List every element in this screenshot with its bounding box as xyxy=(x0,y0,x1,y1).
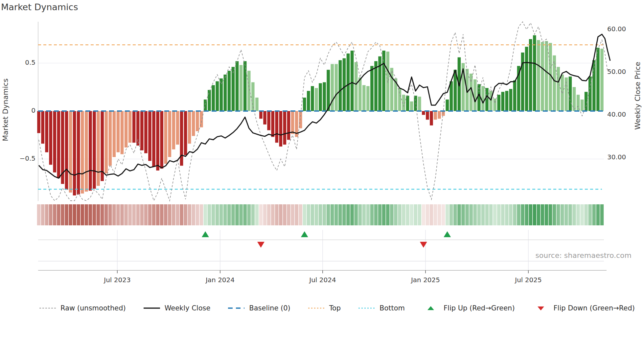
legend-label: Weekly Close xyxy=(165,304,211,312)
heatmap-cell xyxy=(57,204,60,225)
heatmap-cell xyxy=(493,204,497,225)
heatmap-cell xyxy=(374,204,378,225)
oscillator-bar xyxy=(398,88,402,111)
heatmap-cell xyxy=(227,204,231,225)
oscillator-bar xyxy=(228,71,231,111)
heatmap-cell xyxy=(576,204,580,225)
heatmap-cell xyxy=(89,204,92,225)
legend-label: Top xyxy=(329,304,341,312)
heatmap-cell xyxy=(303,204,306,225)
oscillator-bar xyxy=(521,53,524,111)
heatmap-cell xyxy=(537,204,540,225)
heatmap-cell xyxy=(457,204,461,225)
oscillator-bar xyxy=(545,41,548,111)
legend-label: Bottom xyxy=(380,304,405,312)
oscillator-bar xyxy=(125,111,128,147)
right-tick-label: 30.00 xyxy=(607,153,626,161)
heatmap-cell xyxy=(144,204,148,225)
heatmap-cell xyxy=(402,204,405,225)
heatmap-cell xyxy=(263,204,267,225)
heatmap-cell xyxy=(295,204,298,225)
oscillator-bar xyxy=(505,91,509,111)
oscillator-bar xyxy=(247,71,251,111)
oscillator-bar xyxy=(366,86,370,111)
heatmap-cell xyxy=(561,204,564,225)
oscillator-bar xyxy=(426,111,429,120)
oscillator-bar xyxy=(41,111,44,144)
heatmap-cell xyxy=(164,204,168,225)
oscillator-bar xyxy=(37,111,40,133)
oscillator-bar xyxy=(339,60,342,111)
heatmap-cell xyxy=(120,204,124,225)
heatmap-cell xyxy=(200,204,203,225)
oscillator-bar xyxy=(132,111,136,143)
oscillator-bar xyxy=(529,39,532,111)
heatmap-cell xyxy=(525,204,528,225)
raw-line-icon xyxy=(39,305,57,311)
heatmap-cell xyxy=(319,204,322,225)
heatmap-cell xyxy=(529,204,532,225)
heatmap-cell xyxy=(331,204,334,225)
oscillator-bar xyxy=(541,42,544,111)
heatmap-cell xyxy=(188,204,191,225)
heatmap-cell xyxy=(580,204,584,225)
oscillator-bar xyxy=(275,111,278,143)
heatmap-cell xyxy=(346,204,350,225)
heatmap-cell xyxy=(311,204,314,225)
heatmap-cell xyxy=(41,204,45,225)
heatmap-cell xyxy=(223,204,227,225)
oscillator-bar xyxy=(263,111,266,124)
heatmap-cell xyxy=(251,204,255,225)
heatmap-cell xyxy=(239,204,243,225)
heatmap-cell xyxy=(101,204,104,225)
heatmap-cell xyxy=(275,204,279,225)
heatmap-cell xyxy=(148,204,152,225)
heatmap-cell xyxy=(180,204,183,225)
oscillator-bar xyxy=(168,111,172,157)
oscillator-bar xyxy=(236,61,239,111)
heatmap-cell xyxy=(418,204,421,225)
oscillator-bar xyxy=(343,58,346,111)
heatmap-cell xyxy=(327,204,330,225)
heatmap-cell xyxy=(481,204,485,225)
oscillator-bar xyxy=(53,111,56,172)
oscillator-bar xyxy=(240,65,243,111)
heatmap-cell xyxy=(588,204,592,225)
oscillator-bar xyxy=(334,64,338,111)
oscillator-bar xyxy=(144,111,148,153)
heatmap-cell xyxy=(489,204,493,225)
oscillator-bar xyxy=(172,111,175,149)
flip-up-marker xyxy=(444,231,451,237)
heatmap-cell xyxy=(85,204,88,225)
legend-item: Bottom xyxy=(358,304,405,312)
heatmap-cell xyxy=(61,204,64,225)
heatmap-cell xyxy=(473,204,477,225)
oscillator-bar xyxy=(553,56,556,111)
heatmap-cell xyxy=(172,204,175,225)
baseline-icon xyxy=(227,305,245,311)
heatmap-cell xyxy=(549,204,552,225)
heatmap-cell xyxy=(267,204,271,225)
oscillator-bar xyxy=(450,81,453,111)
oscillator-bar xyxy=(49,111,52,165)
oscillator-bar xyxy=(561,75,564,111)
oscillator-bar xyxy=(259,111,263,119)
oscillator-bar xyxy=(232,67,235,111)
heatmap-cell xyxy=(426,204,429,225)
heatmap-cell xyxy=(323,204,326,225)
oscillator-bar xyxy=(319,83,322,111)
right-tick-label: 50.00 xyxy=(607,68,626,76)
heatmap-cell xyxy=(291,204,294,225)
heatmap-cell xyxy=(394,204,398,225)
heatmap-cell xyxy=(390,204,394,225)
heatmap-cell xyxy=(477,204,481,225)
legend-item: Baseline (0) xyxy=(227,304,290,312)
heatmap-cell xyxy=(485,204,489,225)
heatmap-cell xyxy=(398,204,402,225)
oscillator-bar xyxy=(283,111,287,145)
oscillator-bar xyxy=(271,111,274,137)
heatmap-cell xyxy=(434,204,437,225)
heatmap-cell xyxy=(168,204,172,225)
oscillator-bar xyxy=(267,111,270,130)
heatmap-cell xyxy=(283,204,287,225)
